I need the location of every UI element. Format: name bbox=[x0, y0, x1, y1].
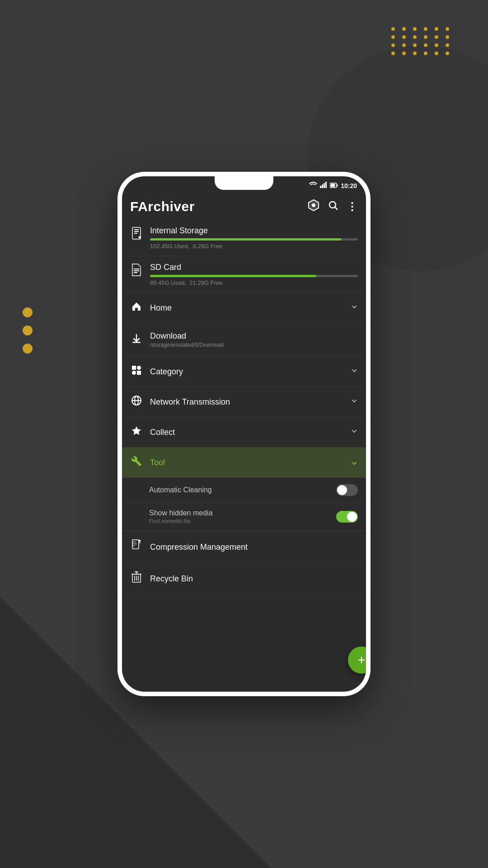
sdcard-name: SD Card bbox=[150, 263, 358, 272]
svg-rect-14 bbox=[134, 233, 137, 234]
svg-point-9 bbox=[329, 202, 336, 208]
notch bbox=[215, 176, 273, 190]
internal-storage-fill bbox=[150, 238, 341, 241]
svg-rect-18 bbox=[134, 272, 137, 273]
home-icon bbox=[130, 301, 143, 315]
nav-item-compression[interactable]: Compression Management bbox=[122, 531, 366, 563]
svg-rect-30 bbox=[132, 543, 137, 544]
collect-label: Collect bbox=[150, 428, 343, 437]
download-info: Download /storage/emulated/0/Download bbox=[150, 331, 358, 348]
sdcard-track bbox=[150, 275, 358, 277]
download-label: Download bbox=[150, 331, 358, 341]
nav-item-recycle[interactable]: Recycle Bin bbox=[122, 563, 366, 594]
network-icon bbox=[130, 395, 143, 409]
sdcard-icon bbox=[130, 264, 143, 279]
nav-item-download[interactable]: Download /storage/emulated/0/Download bbox=[122, 323, 366, 357]
sdcard-fill bbox=[150, 275, 316, 277]
hex-icon[interactable] bbox=[308, 199, 319, 214]
tool-label: Tool bbox=[150, 458, 343, 467]
internal-storage-details: 102.45G Used, 8.29G Free bbox=[150, 243, 358, 250]
fab-add-button[interactable]: + bbox=[348, 646, 366, 674]
recycle-icon bbox=[130, 571, 143, 586]
auto-cleaning-label: Automatic Cleaning bbox=[149, 486, 212, 494]
status-right: 10:20 bbox=[309, 182, 357, 189]
more-icon[interactable]: ⋮ bbox=[347, 200, 358, 213]
app-header: FArchiver ⋮ bbox=[122, 193, 366, 220]
svg-rect-23 bbox=[137, 371, 141, 375]
dot-grid-decoration bbox=[391, 27, 452, 55]
show-hidden-toggle[interactable] bbox=[336, 511, 358, 523]
tool-icon bbox=[130, 456, 143, 469]
show-hidden-label: Show hidden media bbox=[149, 509, 213, 517]
svg-point-15 bbox=[139, 236, 141, 239]
svg-rect-16 bbox=[134, 269, 139, 269]
phone-frame: 10:20 FArchiver ⋮ bbox=[117, 172, 371, 696]
internal-storage-info: Internal Storage 102.45G Used, 8.29G Fre… bbox=[150, 226, 358, 250]
toggle-thumb bbox=[337, 485, 347, 495]
svg-rect-21 bbox=[137, 366, 141, 370]
svg-line-10 bbox=[335, 208, 338, 210]
internal-storage-name: Internal Storage bbox=[150, 226, 358, 236]
nav-item-category[interactable]: Category bbox=[122, 357, 366, 387]
phone-screen: 10:20 FArchiver ⋮ bbox=[122, 176, 366, 692]
sdcard-info: SD Card 89.45G Used, 21.29G Free bbox=[150, 263, 358, 286]
compression-label: Compression Management bbox=[150, 542, 358, 552]
auto-cleaning-toggle[interactable] bbox=[336, 484, 358, 496]
svg-rect-22 bbox=[132, 371, 136, 375]
collect-icon bbox=[130, 425, 143, 439]
header-icons: ⋮ bbox=[308, 199, 358, 214]
nav-item-tool[interactable]: Tool bbox=[122, 448, 366, 478]
internal-storage-track bbox=[150, 238, 358, 241]
svg-point-8 bbox=[312, 203, 315, 207]
sdcard-details: 89.45G Used, 21.29G Free bbox=[150, 279, 358, 286]
compression-icon bbox=[130, 539, 143, 555]
network-label: Network Transmission bbox=[150, 397, 343, 407]
svg-rect-1 bbox=[322, 184, 323, 188]
wifi-icon bbox=[309, 182, 317, 189]
internal-storage-icon bbox=[130, 227, 143, 242]
svg-rect-5 bbox=[337, 184, 338, 186]
category-icon bbox=[130, 365, 143, 378]
recycle-label: Recycle Bin bbox=[150, 574, 358, 584]
download-icon bbox=[130, 333, 143, 347]
nav-item-collect[interactable]: Collect bbox=[122, 417, 366, 448]
download-sublabel: /storage/emulated/0/Download bbox=[150, 342, 358, 348]
nav-item-network[interactable]: Network Transmission bbox=[122, 387, 366, 417]
home-label: Home bbox=[150, 303, 343, 313]
signal-icon bbox=[320, 182, 327, 189]
nav-item-home[interactable]: Home bbox=[122, 293, 366, 323]
show-hidden-info: Show hidden media Find.nomedia file bbox=[149, 509, 213, 524]
svg-rect-19 bbox=[132, 342, 141, 343]
tool-chevron bbox=[351, 458, 358, 467]
toggle-thumb-2 bbox=[347, 512, 357, 522]
app-title: FArchiver bbox=[130, 199, 195, 214]
svg-rect-17 bbox=[134, 270, 139, 271]
svg-rect-6 bbox=[331, 184, 335, 187]
storage-internal[interactable]: Internal Storage 102.45G Used, 8.29G Fre… bbox=[122, 220, 366, 256]
storage-sdcard[interactable]: SD Card 89.45G Used, 21.29G Free bbox=[122, 256, 366, 293]
svg-rect-3 bbox=[325, 182, 327, 188]
category-chevron bbox=[351, 367, 358, 376]
auto-cleaning-info: Automatic Cleaning bbox=[149, 486, 212, 494]
svg-rect-28 bbox=[139, 540, 141, 542]
search-icon[interactable] bbox=[328, 200, 338, 213]
svg-rect-31 bbox=[132, 545, 135, 546]
collect-chevron bbox=[351, 428, 358, 437]
storage-list: Internal Storage 102.45G Used, 8.29G Fre… bbox=[122, 220, 366, 293]
category-label: Category bbox=[150, 367, 343, 377]
auto-cleaning-item: Automatic Cleaning bbox=[122, 478, 366, 503]
yellow-dots-decoration bbox=[23, 307, 33, 354]
svg-rect-29 bbox=[132, 542, 136, 542]
svg-rect-13 bbox=[134, 231, 139, 232]
svg-rect-2 bbox=[324, 183, 325, 188]
network-chevron bbox=[351, 397, 358, 406]
show-hidden-desc: Find.nomedia file bbox=[149, 518, 213, 524]
fab-icon: + bbox=[357, 653, 366, 667]
show-hidden-item: Show hidden media Find.nomedia file bbox=[122, 503, 366, 531]
svg-rect-20 bbox=[132, 366, 136, 370]
status-time: 10:20 bbox=[341, 182, 357, 189]
svg-rect-12 bbox=[134, 229, 139, 230]
svg-rect-0 bbox=[320, 186, 321, 188]
battery-icon bbox=[330, 182, 338, 189]
home-chevron bbox=[351, 303, 358, 312]
